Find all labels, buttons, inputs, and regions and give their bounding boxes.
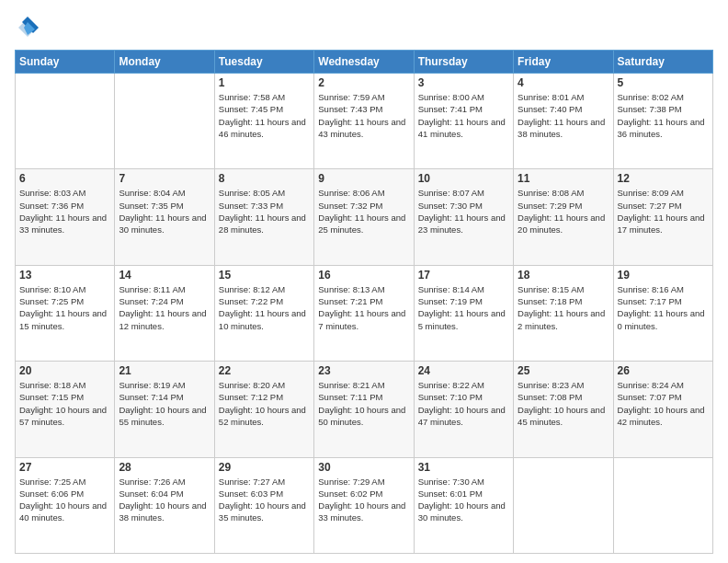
day-info: Sunrise: 8:20 AM Sunset: 7:12 PM Dayligh… (219, 379, 310, 428)
day-number: 4 (518, 76, 609, 89)
day-number: 27 (19, 461, 110, 474)
calendar-cell: 4Sunrise: 8:01 AM Sunset: 7:40 PM Daylig… (514, 74, 613, 169)
day-info: Sunrise: 8:03 AM Sunset: 7:36 PM Dayligh… (19, 187, 110, 236)
weekday-header-saturday: Saturday (613, 51, 712, 74)
day-info: Sunrise: 8:12 AM Sunset: 7:22 PM Dayligh… (219, 283, 310, 332)
day-info: Sunrise: 8:08 AM Sunset: 7:29 PM Dayligh… (518, 187, 609, 236)
calendar-cell: 24Sunrise: 8:22 AM Sunset: 7:10 PM Dayli… (414, 362, 513, 457)
calendar-cell: 27Sunrise: 7:25 AM Sunset: 6:06 PM Dayli… (16, 457, 115, 553)
day-number: 12 (618, 172, 709, 185)
calendar-week-1: 1Sunrise: 7:58 AM Sunset: 7:45 PM Daylig… (16, 74, 713, 169)
day-number: 31 (418, 461, 509, 474)
day-number: 1 (219, 76, 310, 89)
calendar-cell: 28Sunrise: 7:26 AM Sunset: 6:04 PM Dayli… (115, 457, 214, 553)
day-number: 13 (19, 269, 110, 282)
day-number: 29 (219, 461, 310, 474)
weekday-header-friday: Friday (514, 51, 613, 74)
calendar-cell: 17Sunrise: 8:14 AM Sunset: 7:19 PM Dayli… (414, 265, 513, 361)
logo (15, 15, 44, 40)
calendar-cell: 2Sunrise: 7:59 AM Sunset: 7:43 PM Daylig… (314, 74, 414, 169)
calendar-cell: 23Sunrise: 8:21 AM Sunset: 7:11 PM Dayli… (314, 362, 414, 457)
day-info: Sunrise: 8:07 AM Sunset: 7:30 PM Dayligh… (418, 187, 509, 236)
calendar-cell: 19Sunrise: 8:16 AM Sunset: 7:17 PM Dayli… (613, 265, 712, 361)
calendar-cell: 13Sunrise: 8:10 AM Sunset: 7:25 PM Dayli… (16, 265, 115, 361)
page: SundayMondayTuesdayWednesdayThursdayFrid… (0, 0, 728, 563)
day-info: Sunrise: 8:16 AM Sunset: 7:17 PM Dayligh… (618, 283, 709, 332)
calendar-cell: 1Sunrise: 7:58 AM Sunset: 7:45 PM Daylig… (214, 74, 313, 169)
day-info: Sunrise: 8:15 AM Sunset: 7:18 PM Dayligh… (518, 283, 609, 332)
day-info: Sunrise: 8:04 AM Sunset: 7:35 PM Dayligh… (119, 187, 210, 236)
day-info: Sunrise: 8:13 AM Sunset: 7:21 PM Dayligh… (318, 283, 409, 332)
day-info: Sunrise: 8:21 AM Sunset: 7:11 PM Dayligh… (318, 379, 409, 428)
calendar-cell: 14Sunrise: 8:11 AM Sunset: 7:24 PM Dayli… (115, 265, 214, 361)
day-info: Sunrise: 8:01 AM Sunset: 7:40 PM Dayligh… (518, 91, 609, 140)
day-info: Sunrise: 7:29 AM Sunset: 6:02 PM Dayligh… (318, 476, 409, 524)
weekday-header-monday: Monday (115, 51, 214, 74)
day-info: Sunrise: 7:26 AM Sunset: 6:04 PM Dayligh… (119, 476, 210, 524)
day-number: 23 (318, 364, 409, 377)
day-number: 14 (119, 269, 210, 282)
logo-icon (15, 15, 40, 40)
day-info: Sunrise: 7:27 AM Sunset: 6:03 PM Dayligh… (219, 476, 310, 524)
day-number: 24 (418, 364, 509, 377)
calendar-cell: 25Sunrise: 8:23 AM Sunset: 7:08 PM Dayli… (514, 362, 613, 457)
calendar-cell: 21Sunrise: 8:19 AM Sunset: 7:14 PM Dayli… (115, 362, 214, 457)
day-number: 11 (518, 172, 609, 185)
calendar-cell: 20Sunrise: 8:18 AM Sunset: 7:15 PM Dayli… (16, 362, 115, 457)
day-number: 28 (119, 461, 210, 474)
calendar-header: SundayMondayTuesdayWednesdayThursdayFrid… (16, 51, 713, 74)
calendar-cell: 11Sunrise: 8:08 AM Sunset: 7:29 PM Dayli… (514, 169, 613, 265)
weekday-header-thursday: Thursday (414, 51, 513, 74)
day-number: 3 (418, 76, 509, 89)
calendar-cell (16, 74, 115, 169)
day-number: 16 (318, 269, 409, 282)
day-number: 10 (418, 172, 509, 185)
calendar-cell: 10Sunrise: 8:07 AM Sunset: 7:30 PM Dayli… (414, 169, 513, 265)
weekday-row: SundayMondayTuesdayWednesdayThursdayFrid… (16, 51, 713, 74)
calendar-cell: 12Sunrise: 8:09 AM Sunset: 7:27 PM Dayli… (613, 169, 712, 265)
day-info: Sunrise: 8:00 AM Sunset: 7:41 PM Dayligh… (418, 91, 509, 140)
day-number: 6 (19, 172, 110, 185)
calendar-cell: 9Sunrise: 8:06 AM Sunset: 7:32 PM Daylig… (314, 169, 414, 265)
day-number: 25 (518, 364, 609, 377)
day-number: 5 (618, 76, 709, 89)
calendar-cell: 16Sunrise: 8:13 AM Sunset: 7:21 PM Dayli… (314, 265, 414, 361)
day-number: 18 (518, 269, 609, 282)
day-info: Sunrise: 8:06 AM Sunset: 7:32 PM Dayligh… (318, 187, 409, 236)
header (15, 15, 713, 40)
calendar-cell: 6Sunrise: 8:03 AM Sunset: 7:36 PM Daylig… (16, 169, 115, 265)
day-number: 20 (19, 364, 110, 377)
weekday-header-tuesday: Tuesday (214, 51, 313, 74)
day-number: 21 (119, 364, 210, 377)
calendar-week-5: 27Sunrise: 7:25 AM Sunset: 6:06 PM Dayli… (16, 457, 713, 553)
calendar-week-4: 20Sunrise: 8:18 AM Sunset: 7:15 PM Dayli… (16, 362, 713, 457)
calendar: SundayMondayTuesdayWednesdayThursdayFrid… (15, 50, 713, 554)
day-info: Sunrise: 7:59 AM Sunset: 7:43 PM Dayligh… (318, 91, 409, 140)
day-number: 15 (219, 269, 310, 282)
calendar-cell: 5Sunrise: 8:02 AM Sunset: 7:38 PM Daylig… (613, 74, 712, 169)
calendar-cell (115, 74, 214, 169)
day-info: Sunrise: 8:22 AM Sunset: 7:10 PM Dayligh… (418, 379, 509, 428)
weekday-header-sunday: Sunday (16, 51, 115, 74)
calendar-week-3: 13Sunrise: 8:10 AM Sunset: 7:25 PM Dayli… (16, 265, 713, 361)
day-info: Sunrise: 8:10 AM Sunset: 7:25 PM Dayligh… (19, 283, 110, 332)
day-number: 30 (318, 461, 409, 474)
day-number: 17 (418, 269, 509, 282)
calendar-cell: 18Sunrise: 8:15 AM Sunset: 7:18 PM Dayli… (514, 265, 613, 361)
weekday-header-wednesday: Wednesday (314, 51, 414, 74)
day-info: Sunrise: 7:25 AM Sunset: 6:06 PM Dayligh… (19, 476, 110, 524)
day-info: Sunrise: 8:23 AM Sunset: 7:08 PM Dayligh… (518, 379, 609, 428)
calendar-week-2: 6Sunrise: 8:03 AM Sunset: 7:36 PM Daylig… (16, 169, 713, 265)
calendar-cell (514, 457, 613, 553)
day-info: Sunrise: 7:30 AM Sunset: 6:01 PM Dayligh… (418, 476, 509, 524)
day-number: 26 (618, 364, 709, 377)
calendar-cell: 15Sunrise: 8:12 AM Sunset: 7:22 PM Dayli… (214, 265, 313, 361)
calendar-cell: 3Sunrise: 8:00 AM Sunset: 7:41 PM Daylig… (414, 74, 513, 169)
day-info: Sunrise: 8:09 AM Sunset: 7:27 PM Dayligh… (618, 187, 709, 236)
day-info: Sunrise: 8:24 AM Sunset: 7:07 PM Dayligh… (618, 379, 709, 428)
calendar-body: 1Sunrise: 7:58 AM Sunset: 7:45 PM Daylig… (16, 74, 713, 554)
calendar-cell: 30Sunrise: 7:29 AM Sunset: 6:02 PM Dayli… (314, 457, 414, 553)
day-number: 7 (119, 172, 210, 185)
calendar-cell: 7Sunrise: 8:04 AM Sunset: 7:35 PM Daylig… (115, 169, 214, 265)
day-info: Sunrise: 8:14 AM Sunset: 7:19 PM Dayligh… (418, 283, 509, 332)
